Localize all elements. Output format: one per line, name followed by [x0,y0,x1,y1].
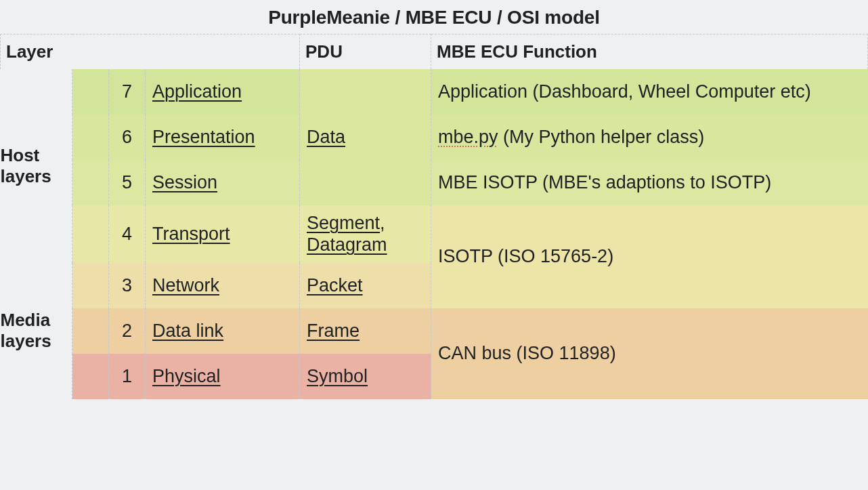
link-pdu-datagram[interactable]: Datagram [307,234,387,255]
link-pdu-symbol[interactable]: Symbol [307,366,368,386]
layer-name-application: Application [146,69,300,115]
function-can: CAN bus (ISO 11898) [431,308,868,399]
link-pdu-packet[interactable]: Packet [307,275,363,295]
group-host-label: Host layers [1,69,72,263]
row-layer-7: Host layers 7 Application Data Applicati… [1,69,868,115]
row-layer-5: 5 Session MBE ISOTP (MBE's adaptions to … [1,160,868,205]
header-row: Layer PDU MBE ECU Function [1,35,868,70]
link-application[interactable]: Application [152,81,242,102]
sub-spacer [72,354,109,399]
link-pdu-data[interactable]: Data [307,127,345,147]
layer-num-6: 6 [109,115,146,160]
layer-num-4: 4 [109,205,146,263]
group-media-label: Media layers [1,263,72,399]
row-layer-6: 6 Presentation mbe.py (My Python helper … [1,115,868,160]
function-l5: MBE ISOTP (MBE's adaptions to ISOTP) [431,160,868,205]
pdu-frame: Frame [300,308,431,354]
osi-table: Layer PDU MBE ECU Function Host layers 7… [0,34,868,399]
sub-spacer [72,115,109,160]
link-mbe-py[interactable]: mbe.py [438,127,498,147]
layer-name-data-link: Data link [146,308,300,354]
link-presentation[interactable]: Presentation [152,127,255,147]
function-isotp: ISOTP (ISO 15765-2) [431,205,868,308]
function-l6-suffix: (My Python helper class) [498,127,705,147]
link-data-link[interactable]: Data link [152,321,223,341]
pdu-segment-datagram: Segment, Datagram [300,205,431,263]
sub-spacer [72,205,109,263]
sub-spacer [72,308,109,354]
link-pdu-frame[interactable]: Frame [307,321,360,341]
layer-num-2: 2 [109,308,146,354]
function-l7: Application (Dashboard, Wheel Computer e… [431,69,868,115]
link-pdu-segment[interactable]: Segment [307,213,380,233]
row-layer-2: 2 Data link Frame CAN bus (ISO 11898) [1,308,868,354]
function-l6: mbe.py (My Python helper class) [431,115,868,160]
layer-name-transport: Transport [146,205,300,263]
sub-spacer [72,160,109,205]
pdu-packet: Packet [300,263,431,308]
row-layer-4: 4 Transport Segment, Datagram ISOTP (ISO… [1,205,868,263]
header-layer: Layer [1,35,300,70]
sub-spacer [72,69,109,115]
layer-num-7: 7 [109,69,146,115]
pdu-data: Data [300,69,431,205]
pdu-symbol: Symbol [300,354,431,399]
layer-name-session: Session [146,160,300,205]
layer-num-1: 1 [109,354,146,399]
page-title: PurpleMeanie / MBE ECU / OSI model [0,0,868,34]
layer-num-5: 5 [109,160,146,205]
link-network[interactable]: Network [152,275,219,295]
link-session[interactable]: Session [152,172,217,192]
link-transport[interactable]: Transport [152,224,230,244]
link-physical[interactable]: Physical [152,366,221,386]
sub-spacer [72,263,109,308]
layer-num-3: 3 [109,263,146,308]
layer-name-network: Network [146,263,300,308]
header-function: MBE ECU Function [431,35,868,70]
header-pdu: PDU [300,35,431,70]
layer-name-physical: Physical [146,354,300,399]
layer-name-presentation: Presentation [146,115,300,160]
